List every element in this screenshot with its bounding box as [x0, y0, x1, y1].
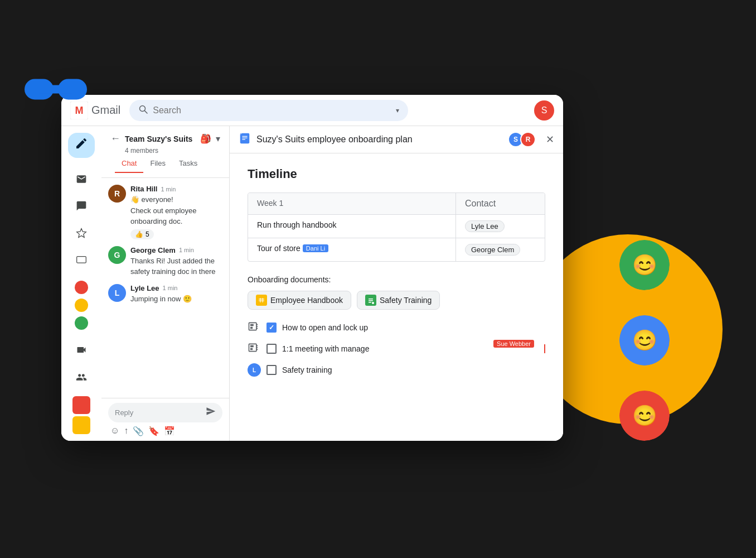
tab-tasks[interactable]: Tasks — [172, 155, 204, 173]
team-emoji: 🎒 — [200, 133, 211, 144]
sidebar-item-starred[interactable] — [68, 221, 95, 246]
message-george: G George Clem 1 min Thanks Ri! Just adde… — [108, 246, 222, 277]
checkmark-1: ✓ — [269, 324, 274, 331]
doc-chip-safety[interactable]: Safety Training — [357, 291, 440, 310]
sheets-icon — [256, 295, 267, 306]
search-input[interactable] — [153, 105, 391, 116]
contact-chip-george[interactable]: George Clem — [465, 244, 520, 256]
doc-chips-row: Employee Handbook — [248, 291, 545, 310]
msg-content-lyle: Lyle Lee 1 min Jumping in now 🙂 — [130, 284, 222, 305]
gmail-topbar: M Gmail ▾ S — [61, 95, 563, 126]
color-dot-red — [75, 281, 88, 294]
sidebar-item-mail[interactable] — [68, 167, 95, 192]
assign-icon-1 — [248, 321, 261, 334]
sue-cursor: Sue Webber — [493, 340, 534, 348]
avatar-rita: R — [108, 185, 126, 203]
doc-title: Suzy's Suits employee onboarding plan — [256, 134, 502, 145]
tab-files[interactable]: Files — [143, 155, 172, 173]
checklist-item-3: L Safety training — [248, 363, 545, 377]
doc-content: Timeline Week 1 Contact Run through hand… — [230, 153, 563, 441]
chat-tabs: Chat Files Tasks — [110, 155, 220, 173]
table-header-row: Week 1 Contact — [248, 193, 545, 215]
msg-text-george: Thanks Ri! Just added the safety trainin… — [130, 256, 222, 277]
table-row-tour: Tour of store Dani Li George Clem — [248, 238, 545, 261]
calendar-icon[interactable]: 📅 — [164, 426, 175, 436]
reply-box: Reply ☺ ↑ 📎 🔖 📅 — [101, 398, 229, 441]
upload-icon[interactable]: ↑ — [124, 426, 128, 436]
compose-button[interactable] — [68, 133, 95, 158]
side-avatar-1: 😊 — [619, 240, 670, 290]
msg-author-lyle: Lyle Lee — [130, 284, 159, 292]
tour-label: Tour of store — [257, 244, 301, 253]
msg-author-george: George Clem — [130, 246, 176, 254]
side-avatar-3: 😊 — [619, 391, 670, 441]
sidebar-item-spaces[interactable] — [68, 248, 95, 273]
doc-panel: Suzy's Suits employee onboarding plan S … — [230, 126, 563, 441]
assign-icon-2 — [248, 342, 261, 355]
avatar-lyle-small: L — [248, 363, 261, 377]
svg-rect-13 — [258, 296, 265, 304]
checkbox-3[interactable] — [266, 365, 277, 375]
compose-plus-icon — [75, 137, 88, 153]
table-row-handbook: Run through handbook Lyle Lee — [248, 215, 545, 238]
contact-chip-lyle[interactable]: Lyle Lee — [465, 220, 505, 232]
checklist-label-3: Safety training — [282, 365, 545, 374]
sidebar-icons — [61, 126, 101, 441]
tour-row-cell: Tour of store Dani Li — [257, 244, 447, 253]
doc-avatar-2: R — [520, 132, 536, 147]
checkbox-2[interactable] — [266, 344, 277, 354]
search-dropdown-icon[interactable]: ▾ — [396, 107, 399, 114]
svg-rect-2 — [39, 85, 72, 94]
avatar-george: G — [108, 246, 126, 264]
search-bar[interactable]: ▾ — [129, 100, 408, 121]
svg-rect-19 — [369, 299, 373, 300]
checklist-label-1: How to open and lock up — [282, 323, 545, 332]
sticker-icon[interactable]: 🔖 — [148, 426, 159, 436]
table-header-contact: Contact — [455, 193, 545, 214]
msg-time-george: 1 min — [179, 247, 194, 253]
checkbox-1[interactable]: ✓ — [266, 323, 277, 333]
chat-messages: R Rita Hill 1 min 👋 everyone!Check out e… — [101, 178, 229, 398]
chat-header: ← Team Suzy's Suits 🎒 ▾ 4 members Chat F… — [101, 126, 229, 178]
doc-close-button[interactable]: ✕ — [546, 133, 554, 146]
avatar-lyle: L — [108, 284, 126, 302]
chat-area: ← Team Suzy's Suits 🎒 ▾ 4 members Chat F… — [101, 126, 230, 441]
msg-content-george: George Clem 1 min Thanks Ri! Just added … — [130, 246, 222, 277]
tab-chat[interactable]: Chat — [115, 155, 143, 173]
sidebar-item-people[interactable] — [68, 364, 95, 389]
more-options-icon[interactable]: ▾ — [216, 133, 220, 144]
timeline-table: Week 1 Contact Run through handbook Lyle… — [248, 193, 545, 262]
table-header-week: Week 1 — [248, 193, 455, 214]
svg-rect-20 — [369, 300, 373, 301]
back-arrow-icon[interactable]: ← — [110, 133, 120, 145]
back-row: ← Team Suzy's Suits 🎒 ▾ — [110, 133, 220, 145]
gmail-logo-text: Gmail — [91, 104, 120, 117]
attach-icon[interactable]: 📎 — [133, 426, 144, 436]
msg-time-rita: 1 min — [161, 186, 176, 193]
msg-time-lyle: 1 min — [163, 285, 178, 291]
doc-chip-handbook[interactable]: Employee Handbook — [248, 291, 351, 310]
sidebar-item-chat[interactable] — [68, 194, 95, 219]
color-dot-green — [75, 316, 88, 330]
side-avatar-2: 😊 — [619, 315, 670, 365]
doc-section-title: Timeline — [248, 167, 545, 181]
msg-reaction-rita[interactable]: 👍 5 — [130, 229, 154, 239]
msg-content-rita: Rita Hill 1 min 👋 everyone!Check out emp… — [130, 185, 222, 239]
color-block-red — [72, 396, 90, 414]
checklist-item-1: ✓ How to open and lock up — [248, 321, 545, 334]
msg-author-rita: Rita Hill — [130, 185, 157, 193]
table-cell-tour-contact: George Clem — [455, 238, 545, 261]
emoji-icon[interactable]: ☺ — [110, 426, 119, 436]
sue-cursor-line — [544, 344, 545, 353]
message-lyle: L Lyle Lee 1 min Jumping in now 🙂 — [108, 284, 222, 305]
reply-placeholder: Reply — [115, 408, 202, 417]
msg-text-lyle: Jumping in now 🙂 — [130, 294, 222, 305]
sidebar-item-meet[interactable] — [68, 338, 95, 363]
user-avatar-top[interactable]: S — [534, 100, 554, 121]
search-icon — [138, 104, 148, 117]
gmail-body: ← Team Suzy's Suits 🎒 ▾ 4 members Chat F… — [61, 126, 563, 441]
reply-input-row[interactable]: Reply — [108, 403, 222, 422]
table-cell-handbook-task: Run through handbook — [248, 215, 455, 238]
send-icon[interactable] — [206, 406, 216, 419]
team-name: Team Suzy's Suits — [125, 134, 196, 143]
